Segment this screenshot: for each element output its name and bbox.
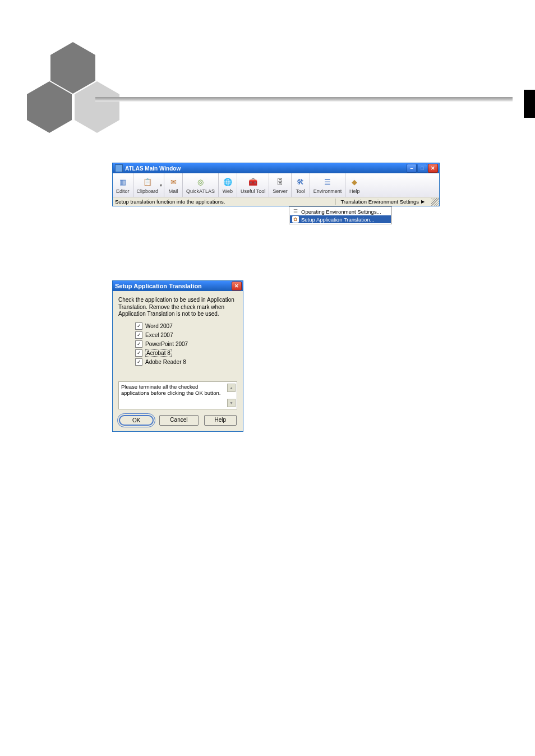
gear-icon: ✿ [292, 216, 299, 223]
warning-box: Please terminate all the checked applica… [118, 381, 237, 409]
toolbar-server[interactable]: 🗄 Server [269, 173, 292, 197]
checkbox-icon: ✓ [135, 340, 142, 348]
mail-icon: ✉ [168, 177, 179, 188]
environment-submenu: ☰ Operating Environment Settings... ✿ Se… [289, 206, 392, 224]
toolbar-help[interactable]: ◆ Help [345, 173, 363, 197]
checkbox-icon: ✓ [135, 331, 142, 339]
page-header-graphic [0, 0, 535, 140]
header-rule [95, 97, 513, 102]
ok-button[interactable]: OK [119, 415, 154, 426]
help-button[interactable]: Help [204, 415, 237, 426]
toolbar-environment[interactable]: ☰ Environment [310, 173, 346, 197]
toolbar-web[interactable]: 🌐 Web [219, 173, 237, 197]
clipboard-dropdown[interactable]: ▼ [158, 173, 164, 197]
checkbox-label: Acrobat 8 [145, 349, 172, 357]
window-titlebar: ATLAS Main Window – □ ✕ [113, 163, 439, 173]
checkbox-excel[interactable]: ✓ Excel 2007 [135, 331, 237, 339]
scroll-up-icon[interactable]: ▲ [227, 384, 236, 392]
status-menu-translation-env[interactable]: Translation Environment Settings ▶ [335, 199, 429, 205]
tool-icon: 🛠 [295, 177, 306, 188]
settings-icon: ☰ [292, 208, 299, 215]
minimize-button[interactable]: – [407, 164, 417, 173]
app-icon [115, 164, 123, 172]
web-icon: 🌐 [222, 177, 233, 188]
scroll-down-icon[interactable]: ▼ [227, 399, 236, 407]
checkbox-label: Adobe Reader 8 [145, 359, 186, 365]
environment-icon: ☰ [322, 177, 333, 188]
warning-text: Please terminate all the checked applica… [121, 384, 227, 407]
scrollbar[interactable]: ▲ ▼ [227, 384, 234, 407]
status-text: Setup translation function into the appl… [113, 199, 335, 205]
useful-tool-icon: 🧰 [247, 177, 259, 188]
window-title: ATLAS Main Window [125, 165, 181, 172]
cancel-button[interactable]: Cancel [159, 415, 198, 426]
dialog-titlebar: Setup Application Translation ✕ [113, 281, 243, 291]
menu-setup-app-translation[interactable]: ✿ Setup Application Translation... [290, 215, 391, 223]
toolbar: ▥ Editor 📋 Clipboard ▼ ✉ Mail ◎ QuickATL… [113, 173, 439, 197]
server-icon: 🗄 [275, 177, 286, 188]
atlas-main-window: ATLAS Main Window – □ ✕ ▥ Editor 📋 Clipb… [112, 163, 440, 206]
checkbox-acrobat[interactable]: ✓ Acrobat 8 [135, 349, 237, 357]
checkbox-label: PowerPoint 2007 [145, 341, 188, 347]
close-button[interactable]: ✕ [428, 164, 438, 173]
toolbar-quickatlas[interactable]: ◎ QuickATLAS [183, 173, 219, 197]
dialog-title: Setup Application Translation [115, 283, 202, 289]
checkbox-icon: ✓ [135, 358, 142, 366]
quickatlas-icon: ◎ [195, 177, 206, 188]
checkbox-adobe-reader[interactable]: ✓ Adobe Reader 8 [135, 358, 237, 366]
setup-application-translation-dialog: Setup Application Translation ✕ Check th… [112, 280, 243, 432]
menu-operating-env-settings[interactable]: ☰ Operating Environment Settings... [290, 208, 391, 215]
status-bar: Setup translation function into the appl… [113, 197, 439, 206]
toolbar-mail[interactable]: ✉ Mail [164, 173, 183, 197]
checkbox-word[interactable]: ✓ Word 2007 [135, 322, 237, 330]
toolbar-clipboard[interactable]: 📋 Clipboard [133, 173, 159, 197]
chevron-right-icon: ▶ [421, 199, 425, 204]
toolbar-editor[interactable]: ▥ Editor [113, 173, 133, 197]
checkbox-powerpoint[interactable]: ✓ PowerPoint 2007 [135, 340, 237, 348]
hex-deco [75, 81, 119, 133]
checkbox-icon: ✓ [135, 349, 142, 357]
resize-grip[interactable] [431, 198, 439, 206]
editor-icon: ▥ [117, 177, 128, 188]
toolbar-tool[interactable]: 🛠 Tool [292, 173, 310, 197]
maximize-button[interactable]: □ [417, 164, 427, 173]
help-icon: ◆ [349, 177, 360, 188]
checkbox-label: Excel 2007 [145, 332, 173, 338]
clipboard-icon: 📋 [142, 177, 153, 188]
dialog-description: Check the application to be used in Appl… [118, 297, 237, 318]
toolbar-useful-tool[interactable]: 🧰 Useful Tool [237, 173, 269, 197]
checkbox-icon: ✓ [135, 322, 142, 330]
checkbox-label: Word 2007 [145, 323, 173, 329]
close-button[interactable]: ✕ [232, 282, 242, 291]
